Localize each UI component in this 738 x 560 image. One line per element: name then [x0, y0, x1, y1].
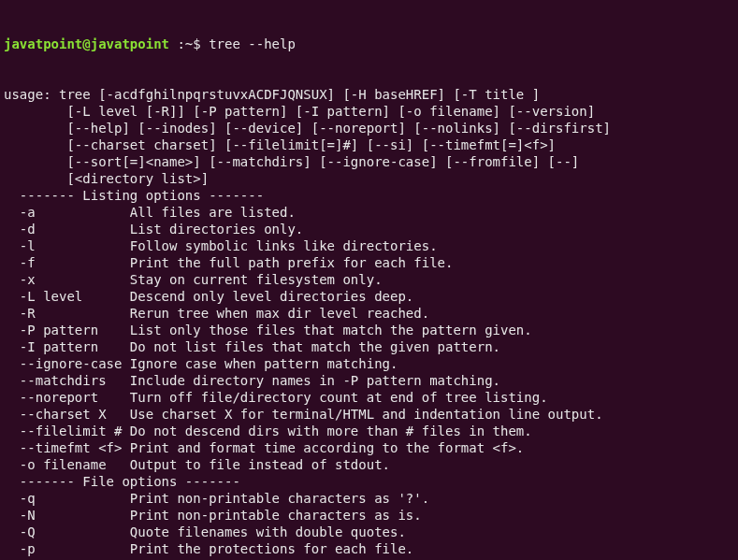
prompt-user: javatpoint@javatpoint [4, 36, 169, 51]
output-line: -q Print non-printable characters as '?'… [4, 490, 734, 507]
output-line: [--charset charset] [--filelimit[=]#] [-… [4, 136, 734, 153]
prompt-line[interactable]: javatpoint@javatpoint :~$ tree --help [4, 36, 734, 52]
output-line: usage: tree [-acdfghilnpqrstuvxACDFJQNSU… [4, 86, 734, 103]
output-line: [--sort[=]<name>] [--matchdirs] [--ignor… [4, 153, 734, 170]
output-line: --noreport Turn off file/directory count… [4, 389, 734, 406]
output-line: --filelimit # Do not descend dirs with m… [4, 423, 734, 439]
output-line: ------- Listing options ------- [4, 187, 734, 204]
output-line: -f Print the full path prefix for each f… [4, 254, 734, 271]
output-line: [--help] [--inodes] [--device] [--norepo… [4, 120, 734, 136]
output-line: -Q Quote filenames with double quotes. [4, 524, 734, 540]
output-line: --charset X Use charset X for terminal/H… [4, 406, 734, 423]
output-line: -l Follow symbolic links like directorie… [4, 237, 734, 254]
output-line: -p Print the protections for each file. [4, 540, 734, 557]
prompt-command: tree --help [209, 36, 296, 51]
output-line: --timefmt <f> Print and format time acco… [4, 439, 734, 456]
command-output: usage: tree [-acdfghilnpqrstuvxACDFJQNSU… [4, 86, 734, 560]
output-line: -L level Descend only level directories … [4, 288, 734, 305]
output-line: -N Print non-printable characters as is. [4, 507, 734, 524]
terminal-output: javatpoint@javatpoint :~$ tree --help us… [0, 0, 738, 560]
output-line: -I pattern Do not list files that match … [4, 338, 734, 355]
prompt-separator: :~$ [169, 36, 209, 51]
output-line: -o filename Output to file instead of st… [4, 456, 734, 473]
output-line: -d List directories only. [4, 221, 734, 237]
output-line: -P pattern List only those files that ma… [4, 322, 734, 338]
output-line: [-L level [-R]] [-P pattern] [-I pattern… [4, 103, 734, 120]
output-line: -a All files are listed. [4, 204, 734, 221]
output-line: ------- File options ------- [4, 473, 734, 490]
output-line: --ignore-case Ignore case when pattern m… [4, 355, 734, 372]
output-line: -R Rerun tree when max dir level reached… [4, 305, 734, 322]
output-line: -x Stay on current filesystem only. [4, 271, 734, 288]
output-line: [<directory list>] [4, 170, 734, 187]
output-line: --matchdirs Include directory names in -… [4, 372, 734, 389]
